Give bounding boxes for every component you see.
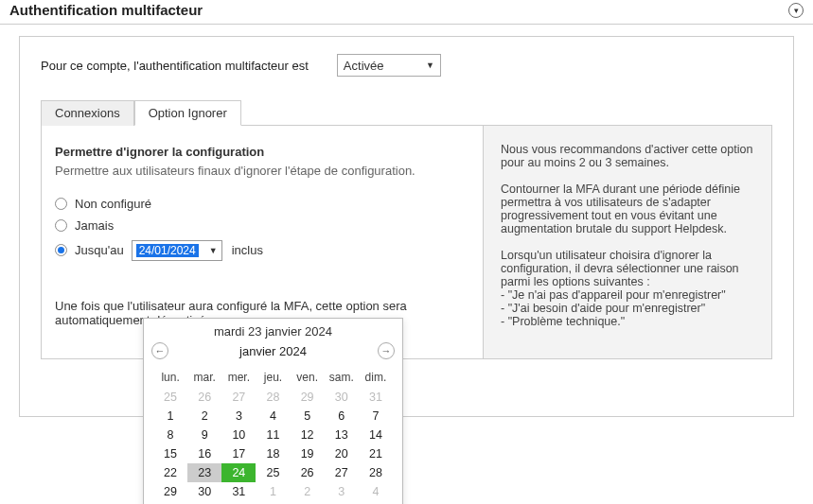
calendar-day[interactable]: 25 xyxy=(153,388,187,407)
calendar-month: janvier 2024 xyxy=(239,344,307,358)
calendar-weekday: mar. xyxy=(187,367,221,388)
calendar-day[interactable]: 7 xyxy=(359,407,393,426)
radio-until-label: Jusqu'au xyxy=(75,243,124,257)
section-desc: Permettre aux utilisateurs finaux d'igno… xyxy=(55,163,462,180)
calendar-day[interactable]: 3 xyxy=(221,407,256,426)
chevron-down-icon: ▼ xyxy=(209,246,218,255)
calendar-day[interactable]: 13 xyxy=(325,426,359,444)
calendar-day[interactable]: 25 xyxy=(256,463,290,482)
calendar-day[interactable]: 1 xyxy=(256,482,290,501)
calendar-day[interactable]: 14 xyxy=(359,426,393,444)
radio-until[interactable] xyxy=(55,244,67,256)
calendar-title: mardi 23 janvier 2024 xyxy=(144,319,402,340)
calendar-day[interactable]: 29 xyxy=(291,388,325,407)
calendar-day[interactable]: 3 xyxy=(325,482,359,501)
calendar-day[interactable]: 26 xyxy=(291,463,325,482)
main-panel: Pour ce compte, l'authentification multi… xyxy=(19,36,794,417)
calendar-day[interactable]: 11 xyxy=(256,426,290,444)
calendar-day[interactable]: 23 xyxy=(187,463,221,482)
collapse-icon[interactable]: ▾ xyxy=(788,3,804,18)
calendar-day[interactable]: 24 xyxy=(221,463,256,482)
calendar-day[interactable]: 9 xyxy=(187,426,221,444)
tab-connexions[interactable]: Connexions xyxy=(41,100,134,126)
calendar-day[interactable]: 22 xyxy=(153,463,187,482)
date-picker: mardi 23 janvier 2024 ← janvier 2024 → l… xyxy=(143,318,403,504)
calendar-day[interactable]: 5 xyxy=(291,407,325,426)
calendar-weekday: ven. xyxy=(291,367,325,388)
calendar-day[interactable]: 16 xyxy=(187,444,221,463)
until-date-value: 24/01/2024 xyxy=(136,244,199,257)
calendar-day[interactable]: 2 xyxy=(187,407,221,426)
calendar-day[interactable]: 31 xyxy=(221,482,256,501)
calendar-weekday: mer. xyxy=(221,367,256,388)
calendar-weekday: jeu. xyxy=(256,367,290,388)
radio-never[interactable] xyxy=(55,219,67,232)
calendar-day[interactable]: 27 xyxy=(221,388,256,407)
mfa-status-value: Activée xyxy=(344,59,384,73)
page-title: Authentification multifacteur xyxy=(9,2,203,18)
tab-option-ignorer[interactable]: Option Ignorer xyxy=(134,100,241,126)
mfa-status-label: Pour ce compte, l'authentification multi… xyxy=(41,59,309,73)
chevron-down-icon: ▼ xyxy=(426,61,434,70)
calendar-day[interactable]: 28 xyxy=(359,463,393,482)
calendar-day[interactable]: 4 xyxy=(256,407,290,426)
info-p3: Lorsqu'un utilisateur choisira d'ignorer… xyxy=(501,249,754,328)
calendar-day[interactable]: 28 xyxy=(256,388,290,407)
calendar-weekday: lun. xyxy=(153,367,187,388)
calendar-day[interactable]: 19 xyxy=(291,444,325,463)
calendar-day[interactable]: 26 xyxy=(187,388,221,407)
calendar-day[interactable]: 31 xyxy=(359,388,393,407)
calendar-day[interactable]: 27 xyxy=(325,463,359,482)
info-panel: Nous vous recommandons d'activer cette o… xyxy=(483,126,771,358)
calendar-prev-button[interactable]: ← xyxy=(151,342,168,359)
calendar-day[interactable]: 6 xyxy=(325,407,359,426)
calendar-day[interactable]: 17 xyxy=(221,444,256,463)
info-p1: Nous vous recommandons d'activer cette o… xyxy=(501,143,754,169)
section-title: Permettre d'ignorer la configuration xyxy=(55,145,462,159)
calendar-day[interactable]: 15 xyxy=(153,444,187,463)
until-date-input[interactable]: 24/01/2024 ▼ xyxy=(132,240,222,261)
calendar-day[interactable]: 2 xyxy=(291,482,325,501)
calendar-day[interactable]: 1 xyxy=(153,407,187,426)
calendar-day[interactable]: 10 xyxy=(221,426,256,444)
calendar-day[interactable]: 4 xyxy=(359,482,393,501)
calendar-day[interactable]: 21 xyxy=(359,444,393,463)
radio-not-configured-label: Non configuré xyxy=(75,197,151,211)
calendar-next-button[interactable]: → xyxy=(378,342,395,359)
calendar-day[interactable]: 30 xyxy=(325,388,359,407)
calendar-day[interactable]: 30 xyxy=(187,482,221,501)
info-p2: Contourner la MFA durant une période déf… xyxy=(501,182,754,235)
inclus-label: inclus xyxy=(232,243,263,257)
radio-never-label: Jamais xyxy=(75,218,114,233)
calendar-day[interactable]: 18 xyxy=(256,444,290,463)
calendar-day[interactable]: 8 xyxy=(153,426,187,444)
calendar-weekday: dim. xyxy=(359,367,393,388)
mfa-status-select[interactable]: Activée ▼ xyxy=(337,54,441,77)
calendar-day[interactable]: 12 xyxy=(291,426,325,444)
calendar-weekday: sam. xyxy=(325,367,359,388)
radio-not-configured[interactable] xyxy=(55,198,67,210)
calendar-day[interactable]: 29 xyxy=(153,482,187,501)
calendar-day[interactable]: 20 xyxy=(325,444,359,463)
